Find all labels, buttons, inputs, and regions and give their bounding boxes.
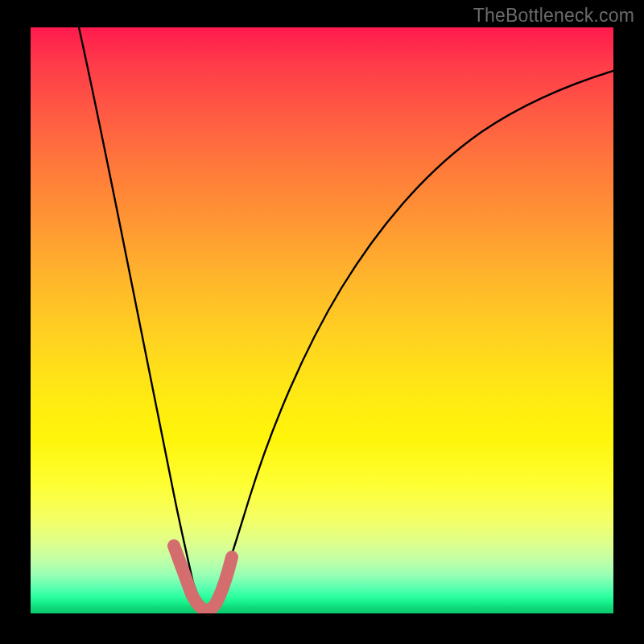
highlight-segment <box>174 546 232 610</box>
bottleneck-curve <box>31 27 613 613</box>
watermark-text: TheBottleneck.com <box>473 5 634 27</box>
chart-frame: TheBottleneck.com <box>0 0 644 644</box>
curve-path <box>79 27 613 610</box>
plot-area <box>31 27 613 613</box>
